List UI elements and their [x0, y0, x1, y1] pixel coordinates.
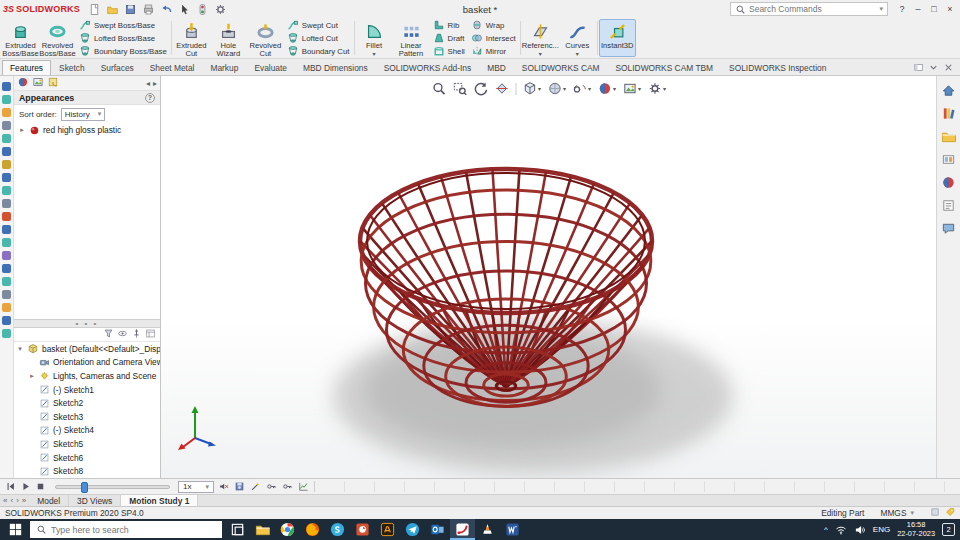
timeline-slider-thumb[interactable] [81, 482, 88, 493]
close-button[interactable]: × [942, 1, 958, 17]
side-tool-icon[interactable] [2, 329, 11, 338]
save-animation-button[interactable] [233, 480, 247, 493]
side-tool-icon[interactable] [2, 173, 11, 182]
jump-start-button[interactable] [3, 480, 17, 493]
tab-solidworks-inspection[interactable]: SOLIDWORKS Inspection [721, 60, 834, 75]
tree-item-sketch3[interactable]: Sketch3 [14, 410, 160, 424]
side-tool-icon[interactable] [2, 134, 11, 143]
add-key-button[interactable] [281, 480, 295, 493]
print-button[interactable] [140, 2, 157, 17]
tab-sheet-metal[interactable]: Sheet Metal [142, 60, 203, 75]
tab-evaluate[interactable]: Evaluate [246, 60, 295, 75]
panel-tab-scroll-right[interactable]: ▸ [153, 79, 157, 88]
clock[interactable]: 16:58 22-07-2023 [897, 521, 935, 538]
save-button[interactable] [122, 2, 139, 17]
sound-off-button[interactable] [217, 480, 231, 493]
side-tool-icon[interactable] [2, 199, 11, 208]
wrap-button[interactable]: Wrap [471, 19, 516, 31]
stop-button[interactable] [33, 480, 47, 493]
tree-pin-button[interactable] [131, 328, 142, 341]
taskbar-app-telegram[interactable] [400, 519, 425, 540]
tab-solidworks-cam-tbm[interactable]: SOLIDWORKS CAM TBM [608, 60, 722, 75]
previous-view-button[interactable] [471, 80, 490, 97]
tab-mbd-dimensions[interactable]: MBD Dimensions [295, 60, 376, 75]
open-button[interactable] [104, 2, 121, 17]
tab-sketch[interactable]: Sketch [51, 60, 93, 75]
taskbar-app-vlc[interactable] [475, 519, 500, 540]
doc-tab-model[interactable]: Model [29, 495, 69, 506]
display-style-button[interactable]: ▾ [545, 80, 568, 97]
animation-wizard-button[interactable] [249, 480, 263, 493]
curves-button[interactable]: Curves▾ [559, 19, 596, 57]
tree-item-orientation-and-camera-views[interactable]: Orientation and Camera Views [14, 356, 160, 370]
rebuild-button[interactable] [194, 2, 211, 17]
side-tool-icon[interactable] [2, 121, 11, 130]
taskbar-app-skype[interactable] [325, 519, 350, 540]
search-dropdown-arrow-icon[interactable]: ▾ [879, 5, 883, 13]
panel-tab-scroll-left[interactable]: ◂ [146, 79, 150, 88]
referenc-button[interactable]: Referenc...▾ [522, 19, 559, 57]
intersect-button[interactable]: Intersect [471, 32, 516, 44]
tab-solidworks-add-ins[interactable]: SOLIDWORKS Add-Ins [376, 60, 480, 75]
task-pane-file-explorer-button[interactable] [940, 128, 958, 145]
speaker-icon[interactable] [854, 524, 866, 536]
taskbar-app-chrome[interactable] [275, 519, 300, 540]
hide-show-items-button[interactable]: ▾ [570, 80, 593, 97]
instant3d-button[interactable]: Instant3D [599, 19, 636, 57]
shell-button[interactable]: Shell [433, 45, 465, 57]
undo-button[interactable] [158, 2, 175, 17]
zoom-fit-button[interactable] [429, 80, 448, 97]
pane-collapse-ribbon-button[interactable] [928, 62, 939, 75]
tree-root-item[interactable]: ▾basket (Default<<Default>_Displ... [14, 342, 160, 356]
graphics-area[interactable]: ▾▾▾▾▾▾ [161, 76, 936, 478]
panel-tab-appearance-ball[interactable] [17, 76, 29, 90]
extruded-boss-base-button[interactable]: Extruded Boss/Base [2, 19, 39, 57]
tag-icon[interactable] [945, 507, 955, 519]
search-input[interactable] [749, 4, 876, 14]
task-pane-appearances-scenes-button[interactable] [940, 174, 958, 191]
panel-tab-scene[interactable] [32, 76, 44, 90]
select-button[interactable] [176, 2, 193, 17]
task-pane-design-library-button[interactable] [940, 105, 958, 122]
taskbar-app-illustrator[interactable] [375, 519, 400, 540]
start-button[interactable] [0, 519, 30, 540]
graph-button[interactable] [297, 480, 311, 493]
draft-button[interactable]: Draft [433, 32, 465, 44]
revolved-cut-button[interactable]: Revolved Cut▾ [247, 19, 284, 57]
show-hidden-icons-chevron[interactable]: ^ [824, 525, 828, 534]
tree-item-sketch5[interactable]: Sketch5 [14, 437, 160, 451]
tab-markup[interactable]: Markup [202, 60, 246, 75]
revolved-boss-base-button[interactable]: Revolved Boss/Base [39, 19, 76, 57]
mirror-button[interactable]: Mirror [471, 45, 516, 57]
tab-scroll-2[interactable]: › [16, 496, 19, 505]
playback-speed-select[interactable]: 1x ▾ [178, 481, 214, 493]
panel-tab-decal[interactable] [47, 76, 59, 90]
help-icon[interactable]: ? [145, 93, 155, 103]
boundary-boss-base-button[interactable]: Boundary Boss/Base [79, 45, 167, 57]
side-tool-icon[interactable] [2, 251, 11, 260]
tab-mbd[interactable]: MBD [479, 60, 514, 75]
tab-features[interactable]: Features [2, 60, 51, 75]
timeline-slider[interactable] [55, 485, 170, 489]
tree-item-sketch8[interactable]: Sketch8 [14, 464, 160, 478]
side-tool-icon[interactable] [2, 212, 11, 221]
task-pane-home-button[interactable] [940, 82, 958, 99]
side-tool-icon[interactable] [2, 95, 11, 104]
side-tool-icon[interactable] [2, 277, 11, 286]
swept-boss-base-button[interactable]: Swept Boss/Base [79, 19, 167, 31]
wifi-icon[interactable] [835, 524, 847, 536]
tab-surfaces[interactable]: Surfaces [93, 60, 142, 75]
tree-item-sketch1[interactable]: (-) Sketch1 [14, 383, 160, 397]
side-tool-icon[interactable] [2, 147, 11, 156]
model-basket[interactable] [161, 76, 936, 478]
new-document-button[interactable] [86, 2, 103, 17]
pane-dock-pane-button[interactable] [913, 62, 924, 75]
tab-solidworks-cam[interactable]: SOLIDWORKS CAM [514, 60, 608, 75]
view-settings-button[interactable]: ▾ [645, 80, 668, 97]
command-search[interactable]: ▾ [730, 2, 888, 16]
taskbar-app-word[interactable] [500, 519, 525, 540]
maximize-button[interactable]: □ [926, 1, 942, 17]
side-tool-icon[interactable] [2, 108, 11, 117]
side-tool-icon[interactable] [2, 290, 11, 299]
side-tool-icon[interactable] [2, 264, 11, 273]
